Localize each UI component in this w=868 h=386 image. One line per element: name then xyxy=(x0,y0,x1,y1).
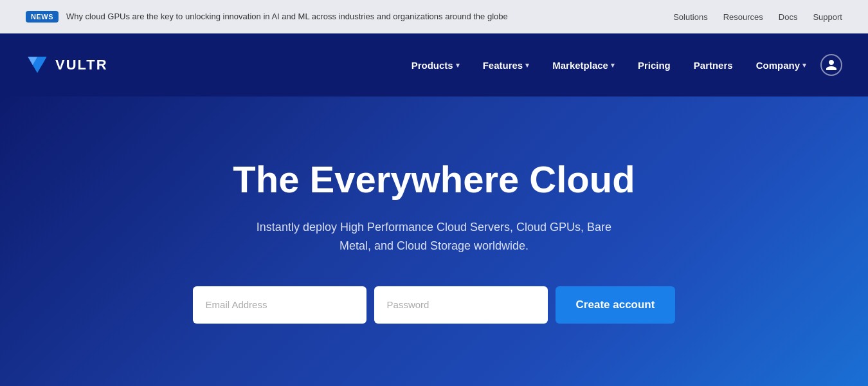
svg-marker-2 xyxy=(37,57,46,65)
announcement-bar: NEWS Why cloud GPUs are the key to unloc… xyxy=(0,0,868,33)
main-nav: VULTR Products ▾ Features ▾ Marketplace … xyxy=(0,33,868,96)
announcement-links: Solutions Resources Docs Support xyxy=(673,12,842,22)
chevron-down-icon: ▾ xyxy=(456,61,460,69)
nav-item-pricing[interactable]: Pricing xyxy=(629,55,680,76)
chevron-down-icon: ▾ xyxy=(802,61,806,69)
password-input[interactable] xyxy=(374,286,548,324)
nav-item-features[interactable]: Features ▾ xyxy=(474,55,539,76)
chevron-down-icon: ▾ xyxy=(611,61,615,69)
user-account-icon[interactable] xyxy=(820,54,842,76)
nav-label-company: Company xyxy=(756,60,800,71)
hero-title: The Everywhere Cloud xyxy=(233,159,635,200)
nav-label-pricing: Pricing xyxy=(638,60,671,71)
support-link[interactable]: Support xyxy=(813,12,842,22)
logo-text: VULTR xyxy=(55,57,108,73)
hero-section: The Everywhere Cloud Instantly deploy Hi… xyxy=(0,96,868,386)
announcement-left: NEWS Why cloud GPUs are the key to unloc… xyxy=(26,11,508,23)
hero-subtitle: Instantly deploy High Performance Cloud … xyxy=(241,218,627,255)
logo[interactable]: VULTR xyxy=(26,53,108,77)
nav-label-marketplace: Marketplace xyxy=(552,60,608,71)
chevron-down-icon: ▾ xyxy=(525,61,529,69)
resources-link[interactable]: Resources xyxy=(723,12,763,22)
nav-label-features: Features xyxy=(483,60,523,71)
create-account-button[interactable]: Create account xyxy=(556,286,676,324)
announcement-text: Why cloud GPUs are the key to unlocking … xyxy=(66,11,508,23)
email-input[interactable] xyxy=(193,286,366,324)
nav-item-products[interactable]: Products ▾ xyxy=(402,55,469,76)
news-badge: NEWS xyxy=(26,11,59,23)
hero-form: Create account xyxy=(193,286,676,324)
vultr-logo-icon xyxy=(26,53,49,77)
nav-item-partners[interactable]: Partners xyxy=(685,55,742,76)
nav-label-partners: Partners xyxy=(694,60,733,71)
nav-label-products: Products xyxy=(411,60,453,71)
nav-links: Products ▾ Features ▾ Marketplace ▾ Pric… xyxy=(402,54,842,76)
nav-item-company[interactable]: Company ▾ xyxy=(747,55,815,76)
person-icon xyxy=(825,59,838,71)
solutions-link[interactable]: Solutions xyxy=(673,12,707,22)
docs-link[interactable]: Docs xyxy=(779,12,798,22)
nav-item-marketplace[interactable]: Marketplace ▾ xyxy=(543,55,624,76)
